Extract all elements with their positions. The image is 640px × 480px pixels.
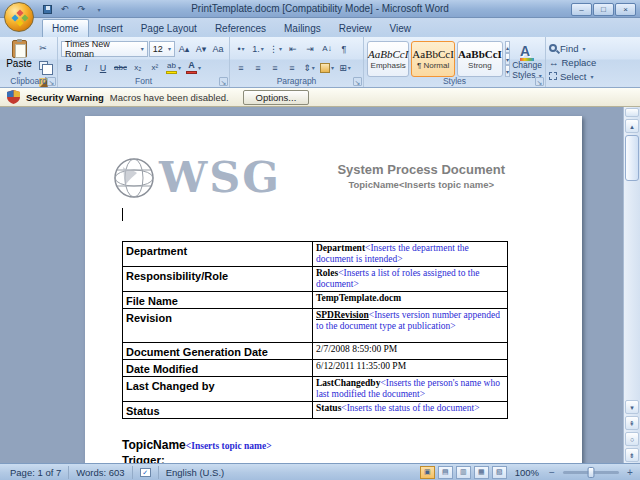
font-dialog-launcher[interactable]: ↘ bbox=[219, 77, 228, 86]
chevron-down-icon: ▾ bbox=[18, 69, 21, 76]
ribbon: Paste ▾ ✂ Clipboard ↘ Times New Roman ▾ … bbox=[0, 37, 640, 88]
italic-button[interactable]: I bbox=[78, 60, 94, 76]
paste-label: Paste bbox=[6, 58, 32, 69]
clipboard-dialog-launcher[interactable]: ↘ bbox=[47, 77, 56, 86]
redo-button[interactable]: ↷ bbox=[74, 2, 89, 16]
replace-button[interactable]: ↔ Replace bbox=[549, 56, 613, 68]
document-page[interactable]: WSG System Process Document TopicName<In… bbox=[85, 116, 582, 463]
multilevel-list-button[interactable]: ⋮▾ bbox=[267, 41, 284, 57]
tab-mailings[interactable]: Mailings bbox=[275, 20, 330, 37]
bullets-button[interactable]: •▾ bbox=[233, 41, 249, 57]
superscript-button[interactable]: x² bbox=[147, 60, 163, 76]
chevron-down-icon: ▾ bbox=[242, 45, 245, 52]
security-warning-title: Security Warning bbox=[26, 92, 104, 103]
zoom-level[interactable]: 100% bbox=[510, 467, 544, 478]
select-button[interactable]: Select ▾ bbox=[549, 70, 613, 82]
style-strong[interactable]: AaBbCcI Strong bbox=[457, 41, 503, 77]
scrollbar-track[interactable] bbox=[624, 182, 640, 399]
print-layout-view-button[interactable]: ▣ bbox=[420, 466, 435, 479]
show-hide-button[interactable]: ¶ bbox=[336, 41, 352, 57]
shrink-font-button[interactable]: A▾ bbox=[193, 41, 209, 57]
justify-button[interactable]: ≡ bbox=[284, 60, 300, 76]
options-button[interactable]: Options... bbox=[243, 90, 310, 105]
zoom-out-button[interactable]: − bbox=[547, 467, 557, 478]
close-button[interactable]: × bbox=[615, 3, 636, 16]
align-left-button[interactable]: ≡ bbox=[233, 60, 249, 76]
styles-dialog-launcher[interactable]: ↘ bbox=[535, 77, 544, 86]
maximize-button[interactable]: □ bbox=[593, 3, 614, 16]
tab-review[interactable]: Review bbox=[330, 20, 381, 37]
copy-button[interactable] bbox=[35, 57, 51, 73]
font-size-select[interactable]: 12 ▾ bbox=[149, 41, 175, 57]
previous-page-button[interactable]: ⇞ bbox=[625, 416, 639, 430]
page-indicator[interactable]: Page: 1 of 7 bbox=[3, 466, 69, 479]
language-indicator[interactable]: English (U.S.) bbox=[159, 466, 232, 479]
vertical-scrollbar[interactable]: ▴ ▾ ⇞ ○ ⇟ bbox=[623, 107, 640, 463]
word-count[interactable]: Words: 603 bbox=[69, 466, 132, 479]
grow-font-button[interactable]: A▴ bbox=[176, 41, 192, 57]
save-button[interactable] bbox=[40, 2, 55, 16]
scrollbar-thumb[interactable] bbox=[625, 135, 639, 181]
style-emphasis[interactable]: AaBbCcI Emphasis bbox=[367, 41, 409, 77]
style-normal[interactable]: AaBbCcI ¶ Normal bbox=[411, 41, 455, 77]
web-layout-view-button[interactable]: ▥ bbox=[456, 466, 471, 479]
full-screen-reading-view-button[interactable]: ▤ bbox=[438, 466, 453, 479]
borders-button[interactable]: ⊞▾ bbox=[337, 60, 353, 76]
increase-indent-button[interactable]: ⇥ bbox=[302, 41, 318, 57]
office-button[interactable] bbox=[4, 2, 34, 32]
group-clipboard: Paste ▾ ✂ Clipboard ↘ bbox=[0, 37, 58, 87]
paragraph-dialog-launcher[interactable]: ↘ bbox=[353, 77, 362, 86]
shading-button[interactable]: ▾ bbox=[318, 60, 336, 76]
document-area: WSG System Process Document TopicName<In… bbox=[0, 107, 640, 463]
bold-button[interactable]: B bbox=[61, 60, 77, 76]
view-ruler-button[interactable] bbox=[625, 108, 639, 117]
paste-icon bbox=[12, 40, 27, 58]
table-row: Last Changed by LastChangedby<Inserts th… bbox=[123, 376, 508, 401]
cut-button[interactable]: ✂ bbox=[35, 40, 51, 56]
change-styles-button[interactable]: A Change Styles ▾ bbox=[512, 41, 542, 81]
zoom-slider[interactable] bbox=[563, 471, 619, 474]
zoom-slider-thumb[interactable] bbox=[588, 467, 595, 478]
clear-formatting-button[interactable]: Aa bbox=[210, 41, 226, 57]
styles-gallery-scroll: ▴ ▾ ▾ bbox=[505, 41, 510, 77]
spd-properties-table: Department Department<Inserts the depart… bbox=[122, 241, 508, 419]
align-center-button[interactable]: ≡ bbox=[250, 60, 266, 76]
font-family-select[interactable]: Times New Roman ▾ bbox=[61, 41, 148, 57]
minimize-button[interactable]: – bbox=[571, 3, 592, 16]
scroll-down-button[interactable]: ▾ bbox=[625, 400, 639, 414]
strikethrough-button[interactable]: abc bbox=[112, 60, 129, 76]
chevron-down-icon: ▾ bbox=[590, 73, 593, 80]
tab-view[interactable]: View bbox=[381, 20, 421, 37]
numbering-button[interactable]: 1.▾ bbox=[250, 41, 266, 57]
text-highlight-button[interactable]: ab ▾ bbox=[164, 60, 183, 76]
undo-button[interactable]: ↶ bbox=[57, 2, 72, 16]
scroll-up-button[interactable]: ▴ bbox=[625, 119, 639, 133]
styles-group-label: Styles bbox=[364, 76, 545, 86]
zoom-in-button[interactable]: + bbox=[625, 467, 635, 478]
align-right-button[interactable]: ≡ bbox=[267, 60, 283, 76]
styles-scroll-up[interactable]: ▴ bbox=[505, 41, 510, 53]
font-color-button[interactable]: A ▾ bbox=[184, 60, 203, 76]
tab-references[interactable]: References bbox=[206, 20, 275, 37]
numbering-icon: 1. bbox=[252, 44, 260, 54]
tab-page-layout[interactable]: Page Layout bbox=[132, 20, 206, 37]
qat-customize-button[interactable]: ▾ bbox=[91, 2, 106, 16]
tab-home[interactable]: Home bbox=[42, 19, 89, 37]
tab-insert[interactable]: Insert bbox=[89, 20, 132, 37]
line-spacing-button[interactable]: ⇕▾ bbox=[301, 60, 317, 76]
trigger-heading[interactable]: Trigger: bbox=[122, 454, 165, 463]
chevron-down-icon: ▾ bbox=[198, 64, 201, 71]
subscript-button[interactable]: x₂ bbox=[130, 60, 146, 76]
styles-scroll-down[interactable]: ▾ bbox=[505, 53, 510, 65]
sort-button[interactable]: A↓ bbox=[319, 41, 335, 57]
proofing-status[interactable]: ✓ bbox=[133, 466, 159, 479]
topic-heading[interactable]: TopicName<Inserts topic name> bbox=[122, 438, 272, 452]
underline-button[interactable]: U bbox=[95, 60, 111, 76]
draft-view-button[interactable]: ▧ bbox=[492, 466, 507, 479]
find-button[interactable]: Find ▾ bbox=[549, 42, 613, 54]
next-page-button[interactable]: ⇟ bbox=[625, 448, 639, 462]
outline-view-button[interactable]: ▦ bbox=[474, 466, 489, 479]
browse-object-button[interactable]: ○ bbox=[625, 432, 639, 446]
decrease-indent-button[interactable]: ⇤ bbox=[285, 41, 301, 57]
quick-access-toolbar: ↶ ↷ ▾ bbox=[40, 2, 106, 16]
